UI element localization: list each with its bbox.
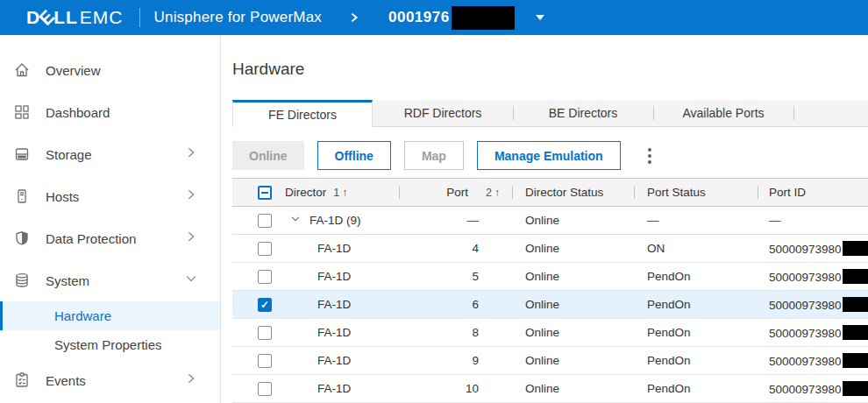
- row-checkbox[interactable]: [258, 270, 272, 284]
- chevron-right-icon: [185, 146, 197, 162]
- tab-rdf-directors[interactable]: RDF Directors: [373, 100, 513, 126]
- row-checkbox[interactable]: [258, 214, 272, 228]
- select-all-checkbox[interactable]: [258, 186, 272, 200]
- redacted-port-id: [843, 381, 868, 396]
- chevron-down-icon: [185, 272, 197, 288]
- array-selector-caret-icon: [536, 15, 544, 20]
- table-row-port-5[interactable]: FA-1D 5 Online PendOn 50000973980: [232, 263, 868, 291]
- dell-wordmark: DELL: [26, 7, 78, 28]
- actions-toolbar: Online Offline Map Manage Emulation: [232, 141, 868, 170]
- sidebar-item-system-properties[interactable]: System Properties: [0, 330, 220, 359]
- sidebar-item-data-protection[interactable]: Data Protection: [0, 217, 220, 259]
- shield-icon: [13, 230, 31, 247]
- online-button[interactable]: Online: [232, 141, 304, 170]
- sidebar-item-hosts[interactable]: Hosts: [0, 175, 220, 217]
- page-title: Hardware: [232, 58, 868, 81]
- sidebar-item-events[interactable]: Events: [0, 359, 220, 401]
- system-icon: [13, 272, 31, 289]
- row-checkbox[interactable]: [258, 242, 272, 256]
- sort-indicator-port: 2↑: [486, 187, 500, 199]
- row-checkbox[interactable]: [258, 382, 272, 396]
- tab-fe-directors[interactable]: FE Directors: [232, 100, 373, 127]
- product-title: Unisphere for PowerMax: [154, 9, 322, 26]
- home-icon: [13, 61, 31, 79]
- tab-bar: FE Directors RDF Directors BE Directors …: [232, 100, 868, 127]
- array-id: 0001976: [388, 9, 450, 26]
- chevron-right-icon: [185, 230, 197, 246]
- column-header-port[interactable]: Port 2↑: [399, 179, 512, 206]
- main-content: Hardware FE Directors RDF Directors BE D…: [221, 35, 868, 403]
- column-header-port-status[interactable]: Port Status: [634, 179, 758, 206]
- tab-be-directors[interactable]: BE Directors: [513, 100, 653, 126]
- expander-chevron-icon[interactable]: [289, 213, 302, 228]
- column-header-port-id[interactable]: Port ID: [758, 179, 868, 206]
- sidebar-item-dashboard[interactable]: Dashboard: [0, 91, 220, 133]
- storage-icon: [13, 145, 31, 163]
- redacted-port-id: [843, 297, 868, 312]
- unisphere-app: DELL EMC Unisphere for PowerMax 0001976 …: [0, 0, 868, 403]
- sidebar-item-system[interactable]: System: [0, 259, 220, 301]
- events-icon: [13, 371, 31, 389]
- table-row-port-8[interactable]: FA-1D 8 Online PendOn 50000973980: [232, 319, 868, 347]
- redacted-array-id: [452, 6, 515, 30]
- chevron-right-icon: [185, 372, 197, 388]
- more-options-icon[interactable]: [643, 145, 657, 167]
- redacted-port-id: [843, 241, 868, 256]
- table-header-row: Director 1↑ Port 2↑ Director Status Port…: [232, 179, 868, 207]
- sidebar-item-overview[interactable]: Overview: [0, 49, 220, 91]
- array-selector[interactable]: 0001976: [388, 6, 544, 30]
- map-button[interactable]: Map: [404, 141, 464, 170]
- breadcrumb-chevron-icon: [348, 11, 360, 24]
- tab-bar-filler: [793, 100, 868, 126]
- table-row-port-6-selected[interactable]: FA-1D 6 Online PendOn 50000973980: [232, 291, 868, 319]
- table-row-port-9[interactable]: FA-1D 9 Online PendOn 50000973980: [232, 347, 868, 375]
- column-header-director-status[interactable]: Director Status: [512, 179, 634, 206]
- column-header-director[interactable]: Director 1↑: [279, 179, 399, 206]
- sidebar-item-storage[interactable]: Storage: [0, 133, 220, 175]
- table-row-port-10[interactable]: FA-1D 10 Online PendOn 50000973980: [232, 375, 868, 403]
- hosts-icon: [13, 187, 31, 205]
- row-checkbox[interactable]: [258, 326, 272, 340]
- dell-emc-logo: DELL EMC: [26, 7, 124, 28]
- manage-emulation-button[interactable]: Manage Emulation: [477, 141, 621, 170]
- header-divider: [139, 8, 140, 27]
- dashboard-icon: [13, 103, 31, 121]
- sidebar-item-hardware[interactable]: Hardware: [0, 301, 220, 330]
- redacted-port-id: [843, 269, 868, 284]
- chevron-right-icon: [185, 188, 197, 204]
- redacted-port-id: [843, 325, 868, 340]
- redacted-port-id: [843, 353, 868, 368]
- offline-button[interactable]: Offline: [317, 141, 391, 170]
- emc-wordmark: EMC: [80, 7, 124, 28]
- sidebar-nav: Overview Dashboard Storage: [0, 35, 221, 403]
- tab-available-ports[interactable]: Available Ports: [653, 100, 793, 126]
- table-row-port-4[interactable]: FA-1D 4 Online ON 50000973980: [232, 235, 868, 263]
- sort-indicator-director: 1↑: [333, 187, 347, 199]
- row-checkbox-checked[interactable]: [258, 298, 272, 312]
- table-group-row-fa-1d[interactable]: FA-1D (9) — Online — —: [232, 207, 868, 235]
- directors-table: Director 1↑ Port 2↑ Director Status Port…: [232, 178, 868, 403]
- row-checkbox[interactable]: [258, 354, 272, 368]
- app-header-bar: DELL EMC Unisphere for PowerMax 0001976: [0, 0, 868, 35]
